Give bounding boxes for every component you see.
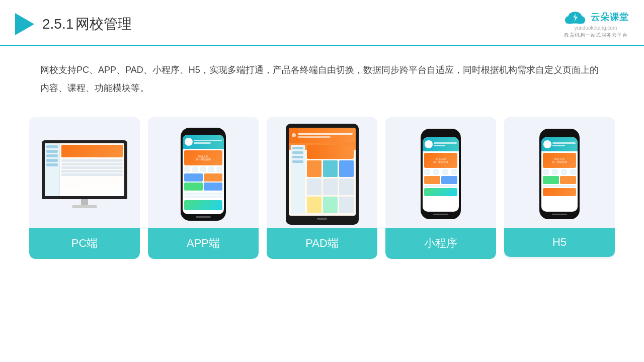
card-h5: 职达人的第一堂职涯课 — [504, 117, 615, 259]
monitor-banner — [61, 145, 123, 157]
card-pc-label: PC端 — [29, 228, 140, 259]
app-icon-2 — [192, 166, 198, 172]
description-content: 网校支持PC、APP、PAD、小程序、H5，实现多端打通，产品各终端自由切换，数… — [40, 65, 599, 93]
tablet-main — [307, 145, 354, 214]
mini-phone-mockup: 职达人的第一堂职涯课 — [417, 129, 465, 219]
tablet-home-btn — [317, 218, 327, 220]
h5-icon-4 — [570, 169, 576, 175]
tablet-outer — [286, 124, 359, 225]
h5-top-text — [552, 141, 576, 147]
monitor-content-area — [60, 143, 124, 196]
tablet-card-1 — [307, 160, 321, 177]
mini-icon-1 — [424, 169, 430, 175]
phone-outer-app: 职达人的第一堂职涯课 — [181, 128, 226, 221]
tablet-screen-content — [289, 128, 356, 216]
h5-phone-outer: 职达人的第一堂职涯课 — [539, 129, 580, 219]
monitor-row-4 — [61, 170, 123, 172]
tablet-header — [289, 128, 356, 143]
mini-top-bar — [423, 137, 459, 151]
mini-phone-outer: 职达人的第一堂职涯课 — [421, 129, 461, 219]
mini-course-row — [424, 176, 457, 184]
description-text: 网校支持PC、APP、PAD、小程序、H5，实现多端打通，产品各终端自由切换，数… — [0, 46, 644, 107]
h5-icon-row — [543, 169, 576, 175]
h5-icon-1 — [543, 169, 549, 175]
app-extra-row — [184, 193, 222, 195]
tablet-nav-2 — [292, 151, 303, 154]
tablet-nav-items — [291, 145, 305, 165]
tablet-card-7 — [307, 197, 321, 213]
card-app-image: 职达人的第一堂职涯课 — [148, 117, 259, 228]
app-promo — [184, 200, 222, 210]
tablet-header-line-2 — [298, 136, 331, 138]
app-line-2 — [194, 142, 211, 144]
card-pad: PAD端 — [267, 117, 377, 259]
h5-phone-screen: 职达人的第一堂职涯课 — [541, 137, 578, 212]
h5-icon-2 — [552, 169, 558, 175]
mini-line-1 — [434, 142, 457, 144]
app-icon-1 — [184, 166, 190, 172]
tablet-card-row-1 — [307, 160, 354, 177]
mini-icon-row — [424, 169, 457, 175]
h5-line-1 — [552, 142, 576, 144]
tablet-card-9 — [339, 197, 354, 213]
sidebar-item-4 — [46, 159, 58, 162]
monitor-row-5 — [61, 173, 123, 176]
monitor-screen-wrap — [42, 140, 127, 199]
mini-avatar — [425, 140, 433, 148]
app-banner-text: 职达人的第一堂职涯课 — [196, 155, 211, 161]
mini-row-1 — [424, 185, 457, 187]
app-top-text — [194, 139, 222, 145]
logo-tagline: 教育机构一站式服务云平台 — [564, 32, 627, 39]
tablet-card-row-2 — [307, 178, 354, 195]
card-h5-image: 职达人的第一堂职涯课 — [504, 117, 615, 228]
mini-phone-screen: 职达人的第一堂职涯课 — [423, 137, 459, 212]
app-icon-3 — [200, 166, 206, 172]
app-icon-5 — [216, 166, 222, 172]
h5-avatar — [543, 140, 551, 148]
tablet-body — [289, 143, 356, 216]
tablet-nav — [291, 145, 305, 214]
h5-course-2 — [560, 176, 576, 184]
card-app: 职达人的第一堂职涯课 — [148, 117, 259, 259]
monitor-row-1 — [61, 159, 123, 162]
app-content: 职达人的第一堂职涯课 — [183, 149, 224, 214]
monitor-base — [72, 205, 97, 208]
card-mini-image: 职达人的第一堂职涯课 — [385, 117, 496, 228]
h5-banner-text: 职达人的第一堂职涯课 — [552, 157, 567, 163]
card-mini-label: 小程序 — [385, 228, 496, 259]
mini-line-2 — [434, 145, 445, 146]
app-course-4 — [204, 183, 222, 191]
pc-monitor-mockup — [42, 140, 127, 208]
header-left: 2.5.1网校管理 — [15, 13, 132, 35]
h5-row-1 — [543, 185, 576, 187]
card-app-label: APP端 — [148, 228, 259, 259]
app-icon-row — [184, 166, 222, 172]
tablet-nav-4 — [292, 160, 303, 163]
mini-top-text — [434, 141, 457, 147]
app-course-row — [184, 173, 222, 182]
h5-line-2 — [552, 145, 565, 146]
phone-notch-app — [196, 131, 210, 134]
monitor-screen-inner — [45, 143, 124, 196]
mini-home-bar — [433, 214, 448, 215]
mini-icon-4 — [451, 169, 457, 175]
tablet-card-3 — [339, 160, 354, 177]
card-pc-image — [29, 117, 140, 228]
monitor-row-2 — [61, 163, 123, 165]
app-line-1 — [194, 140, 222, 141]
title-number: 2.5.1 — [42, 16, 73, 32]
app-banner: 职达人的第一堂职涯课 — [184, 150, 222, 165]
cloud-logo-icon — [562, 9, 588, 25]
mini-content: 职达人的第一堂职涯课 — [423, 151, 459, 212]
monitor-screen — [45, 143, 124, 196]
tablet-card-2 — [323, 160, 338, 177]
title-text: 网校管理 — [75, 16, 132, 32]
cards-container: PC端 — [0, 112, 644, 269]
monitor-sidebar — [45, 143, 60, 196]
mini-course-2 — [441, 176, 457, 184]
mini-promo — [424, 188, 457, 196]
tablet-banner — [307, 145, 354, 159]
tablet-nav-3 — [292, 156, 303, 158]
h5-phone-mockup: 职达人的第一堂职涯课 — [536, 129, 584, 219]
card-pad-image — [267, 117, 377, 228]
